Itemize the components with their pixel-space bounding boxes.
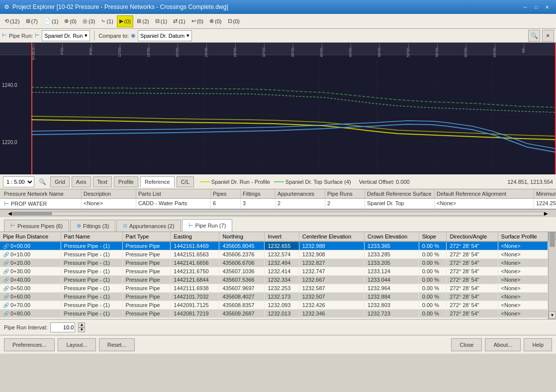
cell-northing: 435606.6706 — [219, 259, 265, 267]
row-icon: 🔗 — [3, 303, 9, 308]
tab-appurtenances[interactable]: ⊙ Appurtenances (2) — [116, 220, 181, 232]
toolbar-btn-3[interactable]: 📄 (1) — [41, 15, 61, 27]
cell-invert: 1232.173 — [265, 293, 299, 301]
about-button[interactable]: About... — [485, 338, 521, 351]
toolbar-btn-4[interactable]: ⊕ (0) — [62, 15, 79, 27]
axis-btn[interactable]: Axis — [72, 176, 91, 187]
toolbar-btn-11[interactable]: ↩ (0) — [189, 15, 206, 27]
cell-direction: 272° 28' 54" — [447, 310, 498, 318]
toolbar-btn-13[interactable]: ⊡ (0) — [225, 15, 242, 27]
profile-toolbar: 1 : 5.00 🔍 Grid Axis Text Profile Refere… — [0, 174, 556, 189]
cell-distance: 🔗0+50.00 — [0, 284, 61, 293]
table-row[interactable]: 🔗0+80.00Pressure Pipe - (1)Pressure Pipe… — [0, 310, 548, 318]
table-row[interactable]: 🔗0+20.00Pressure Pipe - (1)Pressure Pipe… — [0, 259, 548, 267]
toolbar-btn-9[interactable]: ⊟ (1) — [153, 15, 170, 27]
tab-pressure-pipes[interactable]: ⊢ Pressure Pipes (6) — [4, 220, 69, 232]
help-button[interactable]: Help — [524, 338, 552, 351]
cell-crown: 1233.285 — [365, 250, 419, 259]
table-row[interactable]: 🔗0+30.00Pressure Pipe - (1)Pressure Pipe… — [0, 267, 548, 276]
toolbar-icon-10: ⇄ — [173, 18, 178, 24]
close-dialog-button[interactable]: Close — [451, 338, 482, 351]
cell-slope: 0.00 % — [419, 267, 447, 276]
table-row[interactable]: 🔗0+00.00Pressure Pipe - (1)Pressure Pipe… — [0, 241, 548, 250]
compare-to-dropdown[interactable]: Spaniel Dr. Datum ▾ — [138, 30, 192, 41]
menu-button[interactable]: ≡ — [542, 30, 554, 42]
toolbar-icon-1: ⟲ — [4, 18, 9, 24]
search-button[interactable]: 🔍 — [528, 30, 540, 42]
network-table-row[interactable]: ⊢ PROP WATER <None> CADD - Water Parts 6… — [0, 199, 556, 209]
v-scrollbar-thumb[interactable] — [550, 232, 555, 247]
col-header-runs: Pipe Runs — [325, 189, 365, 198]
row-icon: 🔗 — [3, 294, 9, 300]
toolbar-btn-2[interactable]: ⊞ (7) — [23, 15, 40, 27]
tab-pipe-run[interactable]: ⊢ Pipe Run (7) — [182, 219, 233, 232]
spinner-up-btn[interactable]: ▲ — [78, 322, 85, 327]
cell-easting: 1442071.7313 — [171, 318, 219, 319]
th-slope: Slope — [419, 232, 447, 241]
scroll-left-btn[interactable]: ◀ — [8, 211, 12, 216]
legend-item-1: Spaniel Dr. Run - Profile — [200, 179, 270, 185]
tab-fittings[interactable]: ⊕ Fittings (3) — [70, 220, 115, 232]
scroll-right-btn[interactable]: ▶ — [544, 211, 548, 216]
minimize-button[interactable]: ─ — [520, 3, 530, 11]
toolbar-icon-2: ⊞ — [26, 18, 30, 24]
tabs-row: ⊢ Pressure Pipes (6) ⊕ Fittings (3) ⊙ Ap… — [0, 217, 556, 232]
table-row[interactable]: 🔗0+70.00Pressure Pipe - (1)Pressure Pipe… — [0, 301, 548, 310]
horizontal-scrollbar[interactable]: ◀ ▶ — [0, 209, 556, 217]
cell-northing: 435607.1036 — [219, 267, 265, 276]
app-icon: ⚙ — [4, 3, 9, 10]
table-row[interactable]: 🔗0+10.00Pressure Pipe - (1)Pressure Pipe… — [0, 250, 548, 259]
cell-invert: 1232.093 — [265, 301, 299, 310]
data-scroll-inner[interactable]: Pipe Run Distance Part Name Part Type Ea… — [0, 232, 548, 319]
cell-distance: 🔗0+10.00 — [0, 250, 61, 259]
toolbar-btn-6[interactable]: ⤷ (1) — [98, 15, 115, 27]
zoom-icon: 🔍 — [39, 178, 46, 185]
toolbar-btn-7[interactable]: ▶ (0) — [117, 15, 133, 27]
col-header-pipes: Pipes — [211, 189, 241, 198]
layout-button[interactable]: Layout... — [58, 338, 95, 351]
maximize-button[interactable]: □ — [531, 3, 541, 11]
col-header-appurtenances: Appurtenances — [276, 189, 325, 198]
table-row[interactable]: 🔗0+60.00Pressure Pipe - (1)Pressure Pipe… — [0, 293, 548, 301]
data-scroll-container: Pipe Run Distance Part Name Part Type Ea… — [0, 232, 556, 319]
pipe-run-interval-input[interactable] — [50, 322, 75, 332]
profile-btn[interactable]: Profile — [114, 176, 138, 187]
row-icon: 🔗 — [3, 269, 9, 274]
cell-northing: 435608.4027 — [219, 293, 265, 301]
reference-btn[interactable]: Reference — [140, 176, 175, 187]
toolbar-btn-8[interactable]: ⊞ (2) — [134, 15, 151, 27]
table-row[interactable]: 🔗0+40.00Pressure Pipe - (1)Pressure Pipe… — [0, 276, 548, 284]
legend-label-1: Spaniel Dr. Run - Profile — [211, 179, 270, 185]
vertical-scrollbar[interactable]: ▲ ▼ — [548, 232, 556, 319]
grid-btn[interactable]: Grid — [50, 176, 70, 187]
scroll-down-btn[interactable]: ▼ — [549, 311, 556, 319]
network-table-area: Pressure Network Name Description Parts … — [0, 189, 556, 209]
scrollbar-thumb[interactable] — [12, 212, 52, 215]
toolbar-btn-1[interactable]: ⟲ (12) — [2, 15, 22, 27]
scale-selector[interactable]: 1 : 5.00 — [3, 176, 34, 187]
th-invert: Invert — [265, 232, 299, 241]
text-btn[interactable]: Text — [93, 176, 112, 187]
toolbar-btn-10[interactable]: ⇄ (1) — [171, 15, 187, 27]
cell-distance: 🔗0+70.00 — [0, 301, 61, 310]
reset-button[interactable]: Reset... — [99, 338, 135, 351]
network-app-cell: 2 — [276, 199, 325, 209]
table-row[interactable]: 🔗0+50.00Pressure Pipe - (1)Pressure Pipe… — [0, 284, 548, 293]
toolbar-btn-12[interactable]: ⊕ (0) — [207, 15, 224, 27]
preferences-button[interactable]: Preferences... — [4, 338, 55, 351]
zoom-btn[interactable]: 🔍 — [36, 176, 48, 187]
legend-line-2 — [274, 181, 284, 182]
cell-easting: 1442131.6750 — [171, 267, 219, 276]
table-row[interactable]: 🔗0+90.00Pressure Pipe - (1)Pressure Pipe… — [0, 318, 548, 319]
pipe-run-dropdown[interactable]: Spaniel Dr. Run ▾ — [42, 30, 90, 41]
cell-slope: 0.00 % — [419, 310, 447, 318]
th-part-name: Part Name — [61, 232, 122, 241]
spinner-down-btn[interactable]: ▼ — [78, 327, 85, 332]
cell-slope: 0.00 % — [419, 301, 447, 310]
cell-direction: 272° 28' 54" — [447, 259, 498, 267]
cell-direction: 272° 28' 54" — [447, 276, 498, 284]
close-button[interactable]: ✕ — [542, 3, 552, 11]
cell-crown: 1232.803 — [365, 301, 419, 310]
toolbar-btn-5[interactable]: ◎ (3) — [80, 15, 97, 27]
cl-btn[interactable]: C/L — [177, 176, 194, 187]
